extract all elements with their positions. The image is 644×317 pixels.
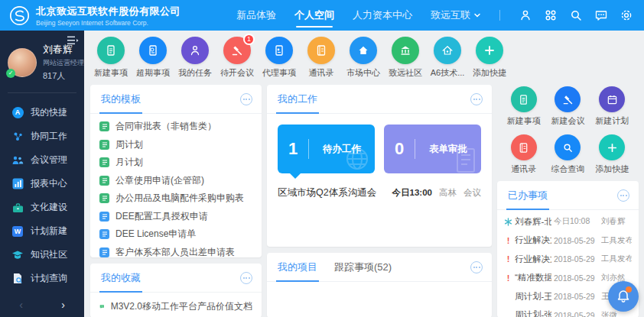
tab-my-favorites[interactable]: 我的收藏 [99, 271, 142, 293]
action-label: 新建计划 [590, 115, 634, 127]
quick-action-overdue[interactable]: 超期事项 [135, 37, 171, 79]
quick-action-label: 超期事项 [135, 67, 171, 79]
action-new-item[interactable]: 新建事项 [502, 86, 546, 127]
top-navigation: 新品体验 个人空间 人力资本中心 致远互联 [236, 0, 633, 31]
template-item[interactable]: 办公用品及电脑配件采购申购表 [99, 189, 252, 208]
overdue-item-icon [139, 37, 167, 64]
done-row[interactable]: ! 行业解决方... 2018-05-29 工具发布. [504, 250, 632, 269]
message-icon[interactable] [594, 8, 608, 22]
brand: 北京致远互联软件股份有限公司 Beijing Seeyon Internet S… [9, 5, 181, 27]
meeting-type: 会议 [463, 187, 481, 199]
right-quick-actions: 新建事项 新建会议 新建计划 [497, 85, 639, 175]
quick-action-a6-tech[interactable]: A6技术... [430, 37, 465, 79]
template-item[interactable]: DEE License申请单 [99, 225, 252, 244]
action-combined-search[interactable]: 综合查询 [546, 134, 590, 175]
quick-action-label: 致远社区 [388, 67, 423, 79]
company-name-en: Beijing Seeyon Internet Software Corp. [36, 19, 181, 27]
done-row[interactable]: 刘春辉-北... 今日10:08 刘春辉 [504, 212, 632, 231]
member-icon[interactable] [519, 8, 532, 22]
notification-bell-button[interactable] [608, 281, 639, 312]
nav-personal-space[interactable]: 个人空间 [294, 0, 334, 31]
quick-action-seeyon-community[interactable]: 致远社区 [388, 37, 423, 79]
done-row[interactable]: ! 行业解决方... 2018-05-29 工具发布. [504, 231, 632, 251]
quick-actions-row: 新建事项 超期事项 我的任务 1 待开会议 代理事项 [90, 36, 638, 85]
tab-my-work[interactable]: 我的工作 [276, 92, 319, 114]
quick-action-my-tasks[interactable]: 我的任务 [177, 37, 213, 79]
done-date: 2018-05-29 [554, 254, 599, 264]
sidebar-item-meeting-mgmt[interactable]: 会议管理 [0, 148, 84, 172]
sidebar-item-plan-new[interactable]: W 计划新建 [0, 219, 84, 243]
done-date: 2018-05-29 [554, 273, 599, 283]
sidebar-item-label: 报表中心 [31, 177, 67, 190]
flower-icon [504, 218, 512, 226]
sidebar-item-report-center[interactable]: 报表中心 [0, 172, 84, 196]
quick-action-delegated[interactable]: 代理事项 [262, 37, 297, 79]
sidebar-item-plan-query[interactable]: 计划查询 [0, 267, 84, 290]
form-doc-icon [99, 193, 109, 203]
my-projects-panel: 我的项目 跟踪事项(52) [267, 253, 492, 317]
quick-action-market-center[interactable]: 市场中心 [346, 37, 381, 79]
user-org-count: 817人 [43, 70, 84, 82]
tab-tracked-items[interactable]: 跟踪事项(52) [333, 260, 393, 282]
urgent-mark: ! [504, 254, 512, 264]
chat-doc-icon [99, 302, 105, 312]
sidebar-pager: ‹ › [0, 299, 84, 311]
nav-hr-center[interactable]: 人力资本中心 [353, 0, 412, 31]
chevron-down-icon [473, 11, 481, 19]
more-options-icon[interactable] [240, 272, 252, 284]
nav-new-experience[interactable]: 新品体验 [236, 0, 276, 31]
form-watermark-icon [453, 147, 477, 173]
template-item[interactable]: 客户体系本部人员出差申请表 [99, 244, 252, 258]
quick-action-add-shortcut[interactable]: 添加快捷 [472, 37, 507, 79]
form-approval-card[interactable]: 0 表单审批 [384, 125, 481, 173]
contacts-book-icon [307, 37, 335, 64]
search-icon[interactable] [569, 8, 583, 22]
more-options-icon[interactable] [470, 261, 483, 273]
template-item-label: 合同审批表（非销售类） [115, 120, 216, 133]
quick-action-new-item[interactable]: 新建事项 [93, 37, 128, 79]
quick-action-pending-meeting[interactable]: 1 待开会议 [220, 37, 255, 79]
template-item-label: 办公用品及电脑配件采购申购表 [115, 192, 244, 205]
template-item[interactable]: 月计划 [99, 154, 252, 172]
sidebar-item-knowledge[interactable]: 知识社区 [0, 243, 84, 267]
more-options-icon[interactable] [617, 189, 629, 202]
template-item[interactable]: 公章使用申请(企管部) [99, 172, 252, 190]
sidebar-item-collaboration[interactable]: 协同工作 [0, 125, 84, 148]
more-options-icon[interactable] [240, 93, 252, 105]
todo-work-card[interactable]: 1 待办工作 [278, 125, 375, 173]
favorite-item-label: M3V2.0移动工作平台产品价值文档 [111, 300, 252, 313]
quick-action-contacts[interactable]: 通讯录 [304, 37, 339, 79]
sidebar-item-label: 文化建设 [31, 201, 67, 214]
online-check-badge: ✓ [6, 69, 15, 78]
pager-prev-icon[interactable]: ‹ [19, 299, 23, 311]
action-add-shortcut[interactable]: 添加快捷 [590, 134, 634, 175]
sidebar-item-culture[interactable]: 文化建设 [0, 196, 84, 219]
template-item[interactable]: 周计划 [99, 136, 252, 154]
nav-seeyon-dropdown[interactable]: 致远互联 [431, 0, 481, 31]
action-new-plan[interactable]: 新建计划 [590, 86, 634, 127]
quick-action-label: 通讯录 [304, 67, 339, 79]
tab-done-items[interactable]: 已办事项 [506, 189, 549, 210]
favorite-item[interactable]: M3V2.0移动工作平台产品价值文档 [99, 296, 252, 316]
action-new-meeting[interactable]: 新建会议 [546, 86, 590, 127]
template-item-label: DEE配置工具授权申请 [115, 210, 208, 223]
template-item[interactable]: 合同审批表（非销售类） [99, 118, 252, 136]
sidebar-item-my-shortcuts[interactable]: A 我的快捷 [0, 101, 84, 125]
done-date: 今日10:08 [554, 216, 599, 227]
quick-action-label: 添加快捷 [472, 67, 507, 79]
tab-my-projects[interactable]: 我的项目 [276, 260, 319, 282]
tab-my-templates[interactable]: 我的模板 [99, 92, 142, 114]
collapse-menu-icon[interactable] [67, 35, 79, 46]
app-grid-icon[interactable] [544, 8, 558, 22]
done-title: 刘春辉-北... [515, 216, 551, 228]
meeting-row[interactable]: 区域市场Q2体系沟通会 今日13:00 高林 会议 [267, 173, 492, 199]
template-item[interactable]: DEE配置工具授权申请 [99, 208, 252, 226]
done-date: 2018-05-29 [554, 292, 599, 301]
settings-gear-icon[interactable] [620, 8, 633, 22]
form-approval-count: 0 [384, 139, 415, 159]
sidebar-item-label: 我的快捷 [31, 106, 67, 119]
done-title: 行业解决方... [515, 254, 551, 265]
more-options-icon[interactable] [470, 93, 483, 105]
action-contacts[interactable]: 通讯录 [502, 134, 546, 175]
pager-next-icon[interactable]: › [61, 299, 65, 311]
